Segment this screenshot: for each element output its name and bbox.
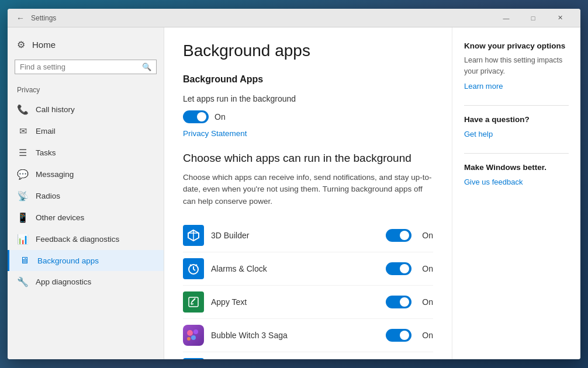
search-box: 🔍 [15, 60, 157, 74]
right-section-help: Have a question? Get help [464, 115, 569, 139]
sidebar-item-messaging[interactable]: 💬 Messaging [8, 164, 164, 185]
main-toggle-row: On [183, 110, 433, 123]
sidebar-item-other-devices[interactable]: 📱 Other devices [8, 207, 164, 228]
sidebar-item-email[interactable]: ✉ Email [8, 120, 164, 142]
svg-point-15 [187, 337, 191, 341]
close-button[interactable]: ✕ [547, 9, 573, 27]
app-list: 3D Builder On Alarms & Clock On [183, 219, 433, 359]
call-history-label: Call history [36, 105, 75, 114]
right-privacy-desc: Learn how this setting impacts your priv… [464, 55, 569, 77]
maximize-button[interactable]: □ [520, 9, 547, 27]
tasks-label: Tasks [36, 148, 56, 157]
tasks-icon: ☰ [17, 147, 29, 158]
window-title: Settings [31, 14, 493, 22]
right-section-feedback: Make Windows better. Give us feedback [464, 163, 569, 187]
search-icon: 🔍 [142, 63, 151, 71]
right-panel: Know your privacy options Learn how this… [452, 27, 580, 359]
divider-1 [464, 105, 569, 106]
messaging-icon: 💬 [17, 169, 29, 180]
svg-point-14 [191, 335, 196, 340]
svg-rect-8 [189, 297, 198, 307]
app-row-bubblewitch: Bubble Witch 3 Saga On [183, 319, 433, 352]
toggle-description: Let apps run in the background [183, 94, 433, 103]
svg-point-13 [193, 329, 198, 334]
toggle-state-appytext: On [422, 297, 433, 307]
app-toggle-alarms: On [386, 262, 433, 275]
app-row-alarms: Alarms & Clock On [183, 252, 433, 286]
window-content: ⚙ Home 🔍 Privacy 📞 Call history ✉ Email … [8, 27, 580, 359]
background-apps-icon: 🖥 [19, 255, 30, 266]
other-devices-label: Other devices [36, 213, 84, 222]
feedback-label: Feedback & diagnostics [36, 235, 119, 244]
email-label: Email [36, 127, 56, 136]
title-bar: ← Settings — □ ✕ [8, 9, 580, 27]
app-name-appytext: Appy Text [211, 297, 386, 307]
right-feedback-title: Make Windows better. [464, 163, 569, 172]
feedback-icon: 📊 [17, 234, 29, 245]
give-feedback-link[interactable]: Give us feedback [464, 178, 523, 186]
app-row-3dbuilder: 3D Builder On [183, 219, 433, 252]
app-name-3dbuilder: 3D Builder [211, 231, 386, 240]
toggle-state-bubblewitch: On [422, 331, 433, 340]
app-name-alarms: Alarms & Clock [211, 264, 386, 273]
svg-line-5 [193, 269, 195, 270]
home-label: Home [32, 40, 56, 50]
section-title: Background Apps [183, 74, 433, 85]
svg-point-12 [187, 330, 193, 336]
right-section-privacy: Know your privacy options Learn how this… [464, 41, 569, 91]
sidebar: ⚙ Home 🔍 Privacy 📞 Call history ✉ Email … [8, 27, 164, 359]
page-title: Background apps [183, 41, 433, 60]
divider-2 [464, 153, 569, 154]
sidebar-item-tasks[interactable]: ☰ Tasks [8, 142, 164, 164]
choose-description: Choose which apps can receive info, send… [183, 172, 433, 207]
app-icon-bubblewitch [183, 325, 204, 346]
privacy-statement-link[interactable]: Privacy Statement [183, 129, 247, 138]
sidebar-item-feedback[interactable]: 📊 Feedback & diagnostics [8, 228, 164, 250]
get-help-link[interactable]: Get help [464, 130, 493, 138]
sidebar-item-background-apps[interactable]: 🖥 Background apps [8, 250, 164, 271]
choose-heading: Choose which apps can run in the backgro… [183, 152, 433, 165]
right-privacy-title: Know your privacy options [464, 41, 569, 50]
sidebar-item-app-diagnostics[interactable]: 🔧 App diagnostics [8, 271, 164, 293]
app-row-appytext: Appy Text On [183, 286, 433, 319]
app-toggle-appytext: On [386, 296, 433, 308]
sidebar-home[interactable]: ⚙ Home [8, 34, 164, 55]
app-diagnostics-label: App diagnostics [36, 277, 91, 286]
toggle-state-3dbuilder: On [422, 231, 433, 240]
learn-more-link[interactable]: Learn more [464, 82, 503, 91]
sidebar-item-call-history[interactable]: 📞 Call history [8, 99, 164, 120]
background-apps-label: Background apps [37, 256, 99, 265]
search-input[interactable] [20, 63, 142, 71]
toggle-3dbuilder[interactable] [386, 229, 411, 242]
app-toggle-3dbuilder: On [386, 229, 433, 242]
radios-icon: 📡 [17, 190, 29, 202]
background-apps-toggle[interactable] [183, 110, 209, 123]
app-diagnostics-icon: 🔧 [17, 276, 29, 287]
back-button[interactable]: ← [15, 12, 26, 24]
app-row-calculator: Calculator On [183, 352, 433, 359]
other-devices-icon: 📱 [17, 212, 29, 223]
app-toggle-bubblewitch: On [386, 329, 433, 342]
toggle-appytext[interactable] [386, 296, 411, 308]
main-content: Background apps Background Apps Let apps… [164, 27, 452, 359]
radios-label: Radios [36, 192, 60, 200]
settings-window: ← Settings — □ ✕ ⚙ Home 🔍 Privacy 📞 Call… [8, 9, 580, 359]
right-help-title: Have a question? [464, 115, 569, 124]
app-name-bubblewitch: Bubble Witch 3 Saga [211, 331, 386, 340]
toggle-bubblewitch[interactable] [386, 329, 411, 342]
sidebar-item-radios[interactable]: 📡 Radios [8, 185, 164, 207]
toggle-alarms[interactable] [386, 262, 411, 275]
privacy-section-label: Privacy [8, 84, 164, 99]
app-icon-appytext [183, 291, 204, 313]
toggle-state-label: On [215, 112, 226, 121]
toggle-state-alarms: On [422, 264, 433, 273]
email-icon: ✉ [17, 126, 29, 137]
app-icon-alarms [183, 258, 204, 279]
svg-line-11 [191, 304, 193, 304]
window-controls: — □ ✕ [493, 9, 573, 27]
messaging-label: Messaging [36, 170, 74, 179]
minimize-button[interactable]: — [493, 9, 520, 27]
app-icon-3dbuilder [183, 225, 204, 246]
home-icon: ⚙ [17, 39, 25, 50]
app-icon-calculator [183, 358, 204, 359]
